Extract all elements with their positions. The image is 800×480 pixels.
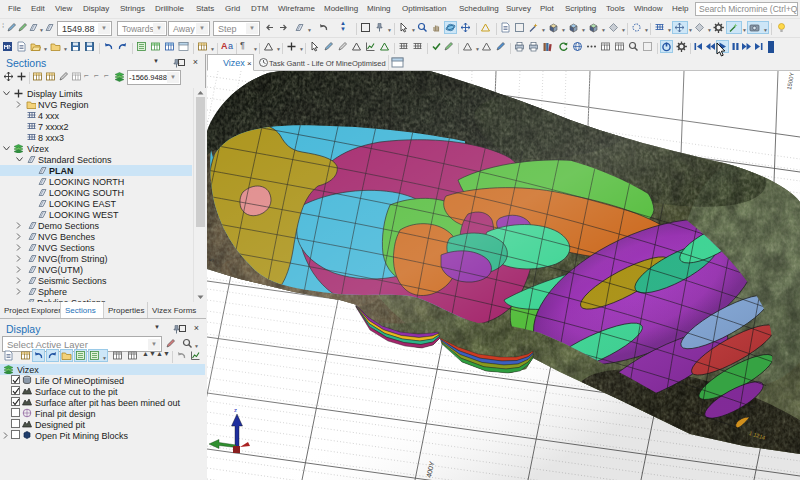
svg-text:z: z — [234, 407, 237, 413]
